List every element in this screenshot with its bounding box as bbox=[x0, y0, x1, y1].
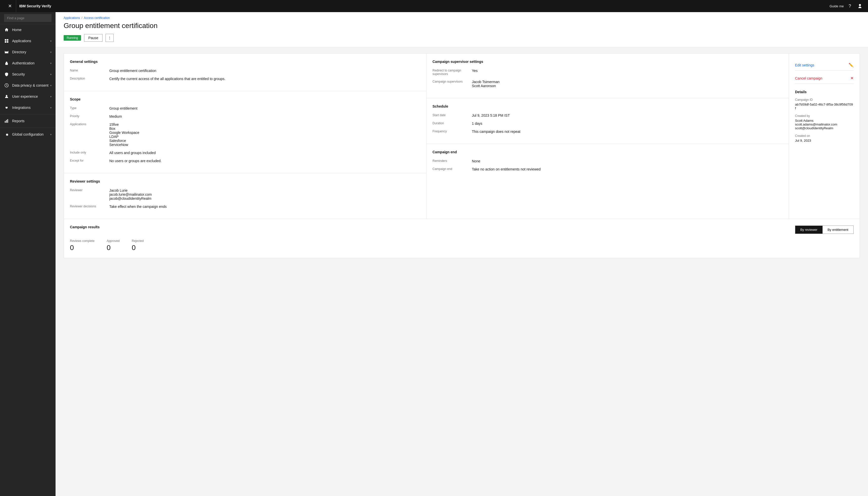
left-column: General settings Name Group entitlement … bbox=[64, 53, 426, 219]
description-field-row: Description Certify the current access o… bbox=[70, 77, 420, 81]
created-on-value: Jul 9, 2023 bbox=[795, 139, 854, 142]
general-settings-title: General settings bbox=[70, 60, 420, 64]
campaign-supervisor-section: Campaign supervisor settings Redirect to… bbox=[426, 53, 789, 98]
priority-field-row: Priority Medium bbox=[70, 114, 420, 119]
reviewer-decisions-value: Take effect when the campaign ends bbox=[109, 204, 420, 208]
help-icon[interactable]: ? bbox=[846, 2, 854, 10]
plug-icon bbox=[4, 105, 9, 110]
search-input[interactable] bbox=[4, 14, 51, 22]
created-on-label: Created on bbox=[795, 134, 854, 138]
user-exp-icon bbox=[4, 94, 9, 99]
type-field-row: Type Group entitlement bbox=[70, 106, 420, 110]
supervisors-value: Jacob Tsimerman Scott Aaronson bbox=[472, 80, 783, 88]
reviewer-name: Jacob Lurie bbox=[109, 188, 420, 192]
duration-value: 1 days bbox=[472, 122, 783, 125]
cancel-campaign-action[interactable]: Cancel campaign ✕ bbox=[795, 73, 854, 84]
redirect-value: Yes bbox=[472, 69, 783, 76]
frequency-value: This campaign does not repeat bbox=[472, 129, 783, 134]
reviews-complete-value: 0 bbox=[70, 244, 94, 252]
duration-field-row: Duration 1 days bbox=[432, 122, 783, 125]
svg-point-6 bbox=[6, 95, 7, 96]
main-layout: Home Applications ▾ Directory ▾ bbox=[0, 12, 868, 496]
approved-label: Approved bbox=[107, 239, 120, 243]
sidebar-item-security[interactable]: Security ▾ bbox=[0, 69, 56, 80]
redirect-label: Redirect to campaign supervisors bbox=[432, 69, 468, 76]
guide-me-link[interactable]: Guide me bbox=[830, 4, 844, 8]
by-reviewer-button[interactable]: By reviewer bbox=[795, 226, 823, 234]
directory-icon bbox=[4, 49, 9, 55]
sidebar-item-integrations[interactable]: Integrations ▾ bbox=[0, 102, 56, 113]
apps-icon bbox=[4, 38, 9, 44]
approved-stat: Approved 0 bbox=[107, 239, 120, 252]
chevron-down-icon: ▾ bbox=[50, 95, 51, 98]
main-grid: General settings Name Group entitlement … bbox=[64, 53, 860, 219]
user-icon[interactable] bbox=[856, 2, 864, 10]
by-entitlement-button[interactable]: By entitlement bbox=[823, 226, 853, 234]
app-salesforce: Salesforce bbox=[109, 139, 420, 143]
sidebar-search-area bbox=[0, 12, 56, 24]
results-header: Campaign results By reviewer By entitlem… bbox=[70, 225, 854, 234]
campaign-end-field-row: Campaign end Take no action on entitleme… bbox=[432, 167, 783, 171]
rejected-value: 0 bbox=[132, 244, 144, 252]
type-value: Group entitlement bbox=[109, 106, 420, 110]
chevron-down-icon: ▾ bbox=[50, 51, 51, 53]
created-by-email2: scott@cloudIdentityRealm bbox=[795, 126, 854, 130]
breadcrumb-current[interactable]: Access certification bbox=[84, 16, 110, 20]
svg-rect-7 bbox=[5, 121, 5, 123]
start-date-value: Jul 9, 2023 5:18 PM IST bbox=[472, 113, 783, 118]
breadcrumb-parent[interactable]: Applications bbox=[64, 16, 80, 20]
reviewer-decisions-field-row: Reviewer decisions Take effect when the … bbox=[70, 204, 420, 208]
chart-icon bbox=[4, 119, 9, 124]
sidebar-item-directory[interactable]: Directory ▾ bbox=[0, 46, 56, 58]
sidebar-applications-label: Applications bbox=[12, 39, 50, 43]
sidebar-item-user-experience[interactable]: User experience ▾ bbox=[0, 91, 56, 102]
start-date-label: Start date bbox=[432, 113, 468, 118]
app-box: Box bbox=[109, 126, 420, 130]
sidebar-item-applications[interactable]: Applications ▾ bbox=[0, 35, 56, 46]
sidebar-directory-label: Directory bbox=[12, 50, 50, 54]
sidebar-divider-2 bbox=[0, 127, 56, 128]
rejected-label: Rejected bbox=[132, 239, 144, 243]
results-stats: Reviews complete 0 Approved 0 Rejected 0 bbox=[70, 239, 854, 252]
sidebar-item-home[interactable]: Home bbox=[0, 24, 56, 35]
priority-value: Medium bbox=[109, 114, 420, 119]
sidebar-user-experience-label: User experience bbox=[12, 94, 50, 98]
description-value: Certify the current access of the all ap… bbox=[109, 77, 420, 81]
main-content: Applications / Access certification Grou… bbox=[56, 12, 868, 496]
schedule-title: Schedule bbox=[432, 104, 783, 108]
topnav-actions: Guide me ? bbox=[830, 2, 864, 10]
breadcrumb: Applications / Access certification bbox=[64, 16, 860, 20]
sidebar-item-reports[interactable]: Reports bbox=[0, 115, 56, 126]
name-field-row: Name Group entitlement certification bbox=[70, 69, 420, 73]
privacy-icon bbox=[4, 83, 9, 88]
sidebar-item-global-config[interactable]: Global configuration ▾ bbox=[0, 129, 56, 140]
app-servicenow: ServiceNow bbox=[109, 143, 420, 147]
gear-icon bbox=[4, 132, 9, 137]
created-by-field: Created by Scott Adams scott.adams@maili… bbox=[795, 114, 854, 130]
status-badge: Running bbox=[64, 35, 81, 41]
edit-settings-action[interactable]: Edit settings ✏️ bbox=[795, 60, 854, 71]
chevron-down-icon: ▾ bbox=[50, 106, 51, 109]
created-by-email1: scott.adams@mailinator.com bbox=[795, 123, 854, 126]
sidebar-item-authentication[interactable]: Authentication ▾ bbox=[0, 58, 56, 69]
chevron-down-icon: ▾ bbox=[50, 84, 51, 87]
type-label: Type bbox=[70, 106, 105, 110]
campaign-end-section: Campaign end Reminders None Campaign end… bbox=[426, 144, 789, 181]
supervisors-label: Campaign supervisors bbox=[432, 80, 468, 88]
sidebar-item-data-privacy[interactable]: Data privacy & consent ▾ bbox=[0, 80, 56, 91]
applications-field-row: Applications 15five Box Google Workspace… bbox=[70, 123, 420, 147]
chevron-down-icon: ▾ bbox=[50, 73, 51, 76]
sidebar: Home Applications ▾ Directory ▾ bbox=[0, 12, 56, 496]
settings-icon-button[interactable]: ⋮ bbox=[106, 34, 114, 42]
rejected-stat: Rejected 0 bbox=[132, 239, 144, 252]
schedule-section: Schedule Start date Jul 9, 2023 5:18 PM … bbox=[426, 98, 789, 144]
pause-button[interactable]: Pause bbox=[84, 34, 103, 42]
supervisor1: Jacob Tsimerman bbox=[472, 80, 783, 84]
campaign-supervisor-title: Campaign supervisor settings bbox=[432, 60, 783, 64]
close-nav-button[interactable]: ✕ bbox=[4, 0, 16, 12]
reviewer-label: Reviewer bbox=[70, 188, 105, 201]
right-column: Edit settings ✏️ Cancel campaign ✕ Detai… bbox=[789, 53, 860, 219]
approved-value: 0 bbox=[107, 244, 120, 252]
sidebar-reports-label: Reports bbox=[12, 119, 51, 123]
chevron-down-icon: ▾ bbox=[50, 40, 51, 43]
